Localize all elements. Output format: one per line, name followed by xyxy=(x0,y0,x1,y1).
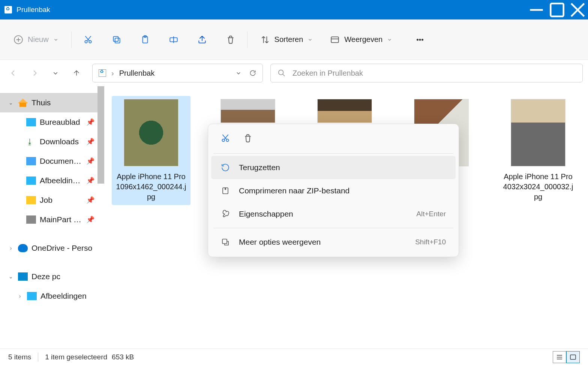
details-view-button[interactable] xyxy=(553,351,566,363)
more-button[interactable] xyxy=(412,31,428,48)
thumbnail xyxy=(124,99,178,166)
recent-dropdown[interactable] xyxy=(47,65,64,81)
sidebar-item-label: Downloads xyxy=(40,137,79,146)
sidebar-item-pictures[interactable]: Afbeeldingen 📌 xyxy=(0,171,104,190)
view-button-label: Weergeven xyxy=(344,35,382,44)
pin-icon: 📌 xyxy=(86,118,94,126)
delete-button[interactable] xyxy=(222,31,239,48)
search-icon xyxy=(278,69,286,77)
context-menu-actions xyxy=(208,127,459,151)
download-icon: ⭳ xyxy=(26,138,36,146)
sidebar-item-documents[interactable]: Documenten 📌 xyxy=(0,151,104,171)
document-icon xyxy=(26,157,36,165)
sidebar-item-label: Job xyxy=(40,196,52,205)
view-button[interactable]: Weergeven xyxy=(326,32,397,48)
title-bar: Prullenbak xyxy=(0,0,588,19)
svg-rect-0 xyxy=(550,3,563,16)
sidebar-item-mainpart[interactable]: MainPart (M:) 📌 xyxy=(0,210,104,229)
thumbnail xyxy=(511,99,566,166)
paste-button[interactable] xyxy=(137,31,153,48)
thumbnail xyxy=(317,99,372,123)
context-menu: Terugzetten Comprimeren naar ZIP-bestand… xyxy=(208,124,459,257)
context-properties[interactable]: Eigenschappen Alt+Enter xyxy=(211,202,456,226)
file-name: Apple iPhone 11 Pro 4032x3024_000032.jpg xyxy=(502,172,574,202)
chevron-down-icon[interactable]: ⌄ xyxy=(8,274,14,280)
file-item[interactable]: Apple iPhone 11 Pro 1096x1462_000244.jpg xyxy=(112,96,190,205)
status-selected: 1 item geselecteerd xyxy=(45,353,107,361)
chevron-down-icon[interactable]: ⌄ xyxy=(8,100,14,106)
svg-rect-9 xyxy=(332,37,339,42)
sidebar-item-home[interactable]: ⌄ Thuis xyxy=(0,93,104,112)
sidebar-item-downloads[interactable]: ⭳ Downloads 📌 xyxy=(0,132,104,151)
context-more-options[interactable]: Meer opties weergeven Shift+F10 xyxy=(211,230,456,254)
svg-rect-17 xyxy=(222,239,227,244)
pictures-icon xyxy=(27,292,37,300)
address-bar[interactable]: › Prullenbak xyxy=(92,64,263,82)
chevron-right-icon[interactable]: › xyxy=(16,293,23,299)
separator xyxy=(38,353,38,362)
maximize-button[interactable] xyxy=(547,0,567,19)
status-bar: 5 items 1 item geselecteerd 653 kB xyxy=(0,349,588,365)
context-compress[interactable]: Comprimeren naar ZIP-bestand xyxy=(211,179,456,202)
shortcut-label: Alt+Enter xyxy=(416,210,446,218)
location-icon xyxy=(99,69,106,77)
back-button[interactable] xyxy=(5,65,22,81)
desktop-icon xyxy=(26,118,36,126)
pictures-icon xyxy=(26,177,36,185)
new-button[interactable]: Nieuw xyxy=(9,32,63,48)
sort-button[interactable]: Sorteren xyxy=(256,32,318,48)
sidebar: ⌄ Thuis Bureaublad 📌 ⭳ Downloads 📌 Docum… xyxy=(0,86,104,349)
context-menu-label: Meer opties weergeven xyxy=(239,238,321,247)
up-button[interactable] xyxy=(68,65,85,81)
new-button-label: Nieuw xyxy=(28,35,49,44)
sidebar-item-label: Thuis xyxy=(32,98,51,107)
clipboard-group xyxy=(80,31,239,48)
refresh-icon[interactable] xyxy=(249,69,256,77)
sidebar-item-thispc[interactable]: ⌄ Deze pc xyxy=(0,267,104,286)
pin-icon: 📌 xyxy=(86,138,94,146)
window-title: Prullenbak xyxy=(16,6,526,14)
sidebar-item-pictures2[interactable]: › Afbeeldingen xyxy=(0,286,104,306)
chevron-right-icon[interactable]: › xyxy=(8,245,14,251)
forward-button[interactable] xyxy=(26,65,43,81)
view-switcher xyxy=(553,351,580,363)
context-restore[interactable]: Terugzetten xyxy=(211,156,456,179)
drive-icon xyxy=(26,215,36,224)
thumbnails-view-button[interactable] xyxy=(566,351,580,363)
pin-icon: 📌 xyxy=(86,177,94,185)
rename-button[interactable] xyxy=(165,31,182,48)
sidebar-item-onedrive[interactable]: › OneDrive - Perso xyxy=(0,238,104,258)
cut-button[interactable] xyxy=(80,31,96,48)
status-count: 5 items xyxy=(8,353,31,361)
sidebar-item-job[interactable]: Job 📌 xyxy=(0,190,104,210)
minimize-button[interactable] xyxy=(526,0,547,19)
pin-icon: 📌 xyxy=(86,215,94,224)
context-menu-label: Comprimeren naar ZIP-bestand xyxy=(239,186,350,195)
scrollbar-thumb[interactable] xyxy=(98,86,104,184)
close-button[interactable] xyxy=(567,0,588,19)
svg-rect-18 xyxy=(570,355,576,359)
share-button[interactable] xyxy=(194,31,210,48)
file-name: Apple iPhone 11 Pro 1096x1462_000244.jpg xyxy=(115,172,188,202)
context-cut-button[interactable] xyxy=(218,131,233,146)
search-bar[interactable] xyxy=(270,64,583,82)
address-location[interactable]: Prullenbak xyxy=(119,69,155,78)
svg-point-11 xyxy=(420,39,421,40)
svg-point-10 xyxy=(417,39,418,40)
file-item[interactable]: Apple iPhone 11 Pro 4032x3024_000032.jpg xyxy=(499,96,578,205)
pin-icon: 📌 xyxy=(86,157,94,165)
svg-rect-5 xyxy=(113,36,118,41)
thumbnail xyxy=(220,99,275,123)
separator xyxy=(71,31,72,48)
menu-separator xyxy=(213,153,453,154)
chevron-down-icon[interactable] xyxy=(235,69,242,77)
breadcrumb-separator: › xyxy=(111,69,114,78)
copy-button[interactable] xyxy=(108,31,125,48)
pc-icon xyxy=(18,272,28,281)
svg-rect-4 xyxy=(115,38,120,43)
search-input[interactable] xyxy=(292,69,576,78)
context-delete-button[interactable] xyxy=(240,131,255,146)
sidebar-item-desktop[interactable]: Bureaublad 📌 xyxy=(0,112,104,132)
sort-button-label: Sorteren xyxy=(274,35,303,44)
navigation-bar: › Prullenbak xyxy=(0,60,588,86)
